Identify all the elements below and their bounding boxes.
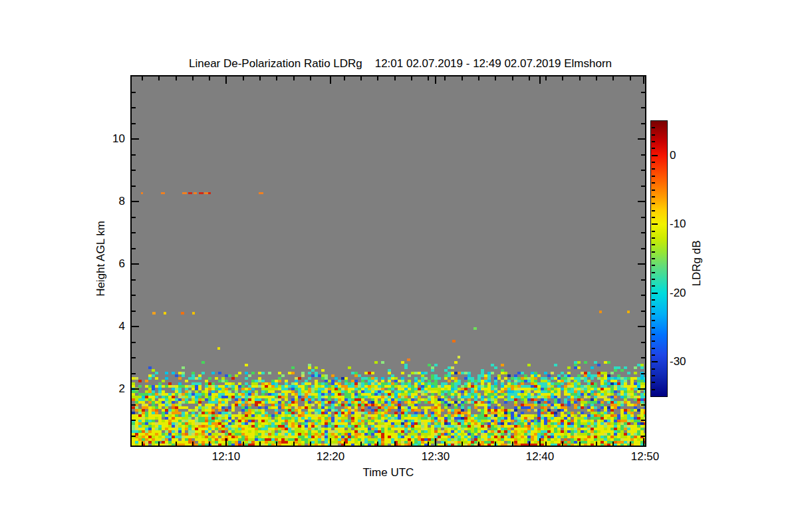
y-tick-label: 2: [84, 382, 125, 396]
x-tick-label: 12:30: [404, 450, 467, 464]
colorbar-tick: [652, 320, 655, 321]
colorbar-tick: [652, 190, 655, 191]
colorbar-tick: [652, 231, 655, 232]
colorbar-tick: [652, 210, 655, 211]
colorbar-tick: [652, 361, 658, 362]
colorbar-tick: [652, 162, 655, 163]
colorbar-tick-label: 0: [670, 149, 707, 162]
figure: Linear De-Polarization Ratio LDRg 12:01 …: [0, 0, 798, 532]
colorbar-tick-label: -20: [670, 287, 707, 300]
colorbar-tick: [652, 196, 655, 198]
colorbar-tick: [652, 148, 655, 149]
colorbar-tick: [652, 313, 655, 315]
colorbar-tick: [652, 375, 655, 376]
colorbar-tick: [652, 141, 655, 142]
colorbar-tick: [652, 258, 655, 259]
colorbar-tick-label: -30: [670, 355, 707, 368]
y-tick-label: 8: [84, 195, 125, 208]
x-tick-label: 12:20: [299, 450, 362, 464]
colorbar-tick: [652, 223, 658, 225]
y-tick-label: 4: [84, 320, 125, 333]
x-tick-label: 12:40: [508, 450, 572, 464]
colorbar-tick: [652, 244, 655, 245]
colorbar-tick: [652, 279, 655, 280]
colorbar-tick: [652, 293, 658, 294]
colorbar-tick: [652, 389, 655, 390]
colorbar-tick: [652, 168, 655, 170]
colorbar-tick-label: -10: [670, 217, 707, 231]
colorbar-tick: [652, 306, 655, 307]
heatmap-canvas: [132, 76, 645, 446]
colorbar-tick: [652, 285, 655, 287]
colorbar-tick: [652, 217, 655, 218]
colorbar-tick: [652, 134, 655, 136]
colorbar-tick: [652, 299, 655, 301]
colorbar-tick: [652, 382, 655, 383]
colorbar-tick: [652, 265, 655, 266]
colorbar-tick: [652, 127, 655, 128]
x-tick-label: 12:10: [194, 450, 258, 464]
colorbar-tick: [652, 272, 655, 273]
colorbar-tick: [652, 203, 655, 204]
y-tick-label: 10: [84, 132, 125, 146]
colorbar-tick: [652, 237, 655, 239]
colorbar-tick: [652, 327, 655, 329]
colorbar-tick: [652, 155, 658, 156]
x-tick-label: 12:50: [613, 450, 677, 464]
colorbar-tick: [652, 354, 655, 356]
colorbar-tick: [652, 340, 655, 342]
plot-title: Linear De-Polarization Ratio LDRg 12:01 …: [0, 57, 798, 70]
colorbar-tick: [652, 182, 655, 184]
colorbar-tick: [652, 334, 655, 335]
colorbar-tick: [652, 348, 655, 349]
colorbar-tick: [652, 176, 655, 177]
colorbar-tick: [652, 368, 655, 370]
y-tick-label: 6: [84, 257, 125, 271]
x-axis-label: Time UTC: [322, 466, 455, 479]
colorbar-tick: [652, 251, 655, 253]
